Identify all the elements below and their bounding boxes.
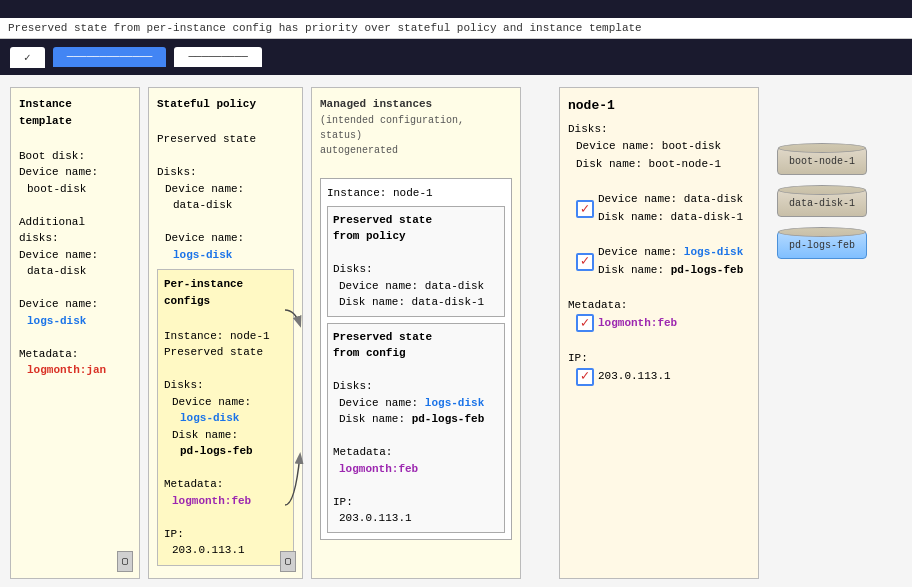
top-note: Preserved state from per-instance config… bbox=[0, 18, 912, 39]
nb-disk3-disk-label: Disk name: pd-logs-feb bbox=[598, 262, 743, 280]
sp-preserved-state: Preserved state bbox=[157, 131, 294, 148]
pi-disk1-device-label: Device name: bbox=[164, 394, 287, 411]
nb-disk2-diskname: Disk name: data-disk-1 bbox=[598, 209, 743, 227]
nb-disk1-device: Device name: boot-disk bbox=[568, 138, 750, 156]
fc-disk1-device-label: Device name: logs-disk bbox=[333, 395, 499, 412]
fc-ip-label: IP: bbox=[333, 494, 499, 511]
from-config-box: Preserved state from config Disks: Devic… bbox=[327, 323, 505, 533]
disk-cylinders: boot-node-1 data-disk-1 pd-logs-feb bbox=[777, 87, 867, 579]
from-policy-box: Preserved state from policy Disks: Devic… bbox=[327, 206, 505, 317]
cylinder-data-label: data-disk-1 bbox=[789, 198, 855, 209]
fc-meta-label: Metadata: bbox=[333, 444, 499, 461]
pi-disk1-disk-label: Disk name: bbox=[164, 427, 287, 444]
stateful-policy-title: Stateful policy bbox=[157, 96, 294, 113]
nav-tab-check[interactable]: ✓ bbox=[10, 47, 45, 68]
managed-autogenerated: autogenerated bbox=[320, 143, 512, 158]
logs-disk-device-label: Device name: bbox=[19, 296, 131, 313]
boot-device-label: Device name: bbox=[19, 164, 131, 181]
fp-disks-label: Disks: bbox=[333, 261, 499, 278]
additional-disks-label: Additional disks: bbox=[19, 214, 131, 247]
corner-tag-sp: ▢ bbox=[280, 551, 296, 572]
corner-tag-it: ▢ bbox=[117, 551, 133, 572]
managed-title: Managed instances bbox=[320, 96, 512, 113]
cylinder-boot-label: boot-node-1 bbox=[789, 156, 855, 167]
instance-node-box: Instance: node-1 Preserved state from po… bbox=[320, 178, 512, 540]
cylinder-logs-label: pd-logs-feb bbox=[789, 240, 855, 251]
check-meta: ✓ bbox=[576, 314, 594, 332]
pi-meta-value: logmonth:feb bbox=[164, 493, 287, 510]
nb-disks-label: Disks: bbox=[568, 121, 750, 139]
metadata-value-it: logmonth:jan bbox=[19, 362, 131, 379]
nav-bar: ✓ ───────────── ───────── bbox=[0, 39, 912, 75]
fc-ip-value: 203.0.113.1 bbox=[333, 510, 499, 527]
cylinder-logs: pd-logs-feb bbox=[777, 231, 867, 259]
sp-disk1-label: Device name: bbox=[157, 181, 294, 198]
nav-tab-blue[interactable]: ───────────── bbox=[53, 47, 167, 67]
check-disk2: ✓ bbox=[576, 200, 594, 218]
instance-template-title: Instance template bbox=[19, 96, 131, 129]
pi-ip-label: IP: bbox=[164, 526, 287, 543]
nav-tab-extra[interactable]: ───────── bbox=[174, 47, 261, 67]
from-policy-label1: Preserved state bbox=[333, 212, 499, 229]
check-ip: ✓ bbox=[576, 368, 594, 386]
sp-disk1-name: data-disk bbox=[157, 197, 294, 214]
pi-instance: Instance: node-1 bbox=[164, 328, 287, 345]
boot-disk-label: Boot disk: bbox=[19, 148, 131, 165]
from-config-label1: Preserved state bbox=[333, 329, 499, 346]
check-disk3: ✓ bbox=[576, 253, 594, 271]
fp-disk1-device: Device name: data-disk bbox=[333, 278, 499, 295]
sp-disks-label: Disks: bbox=[157, 164, 294, 181]
data-disk-device-label: Device name: bbox=[19, 247, 131, 264]
logs-disk-name: logs-disk bbox=[19, 313, 131, 330]
data-disk-name: data-disk bbox=[19, 263, 131, 280]
pi-disks-label: Disks: bbox=[164, 377, 287, 394]
instance-name: Instance: node-1 bbox=[327, 185, 505, 202]
top-bar bbox=[0, 0, 912, 18]
cylinder-data: data-disk-1 bbox=[777, 189, 867, 217]
pi-preserved: Preserved state bbox=[164, 344, 287, 361]
nb-ip-value: 203.0.113.1 bbox=[598, 368, 671, 386]
metadata-label-it: Metadata: bbox=[19, 346, 131, 363]
fc-disk1-disk-name: pd-logs-feb bbox=[412, 413, 485, 425]
from-policy-label2: from policy bbox=[333, 228, 499, 245]
pi-meta-label: Metadata: bbox=[164, 476, 287, 493]
boot-disk-name: boot-disk bbox=[19, 181, 131, 198]
pi-disk1-disk-name: pd-logs-feb bbox=[164, 443, 287, 460]
fc-disk1-device-name: logs-disk bbox=[425, 397, 484, 409]
fp-disk1-name: Disk name: data-disk-1 bbox=[333, 294, 499, 311]
cylinder-data-shape: data-disk-1 bbox=[777, 189, 867, 217]
nb-disk3-disk-name: pd-logs-feb bbox=[671, 264, 744, 276]
pi-ip-value: 203.0.113.1 bbox=[164, 542, 287, 559]
content-area: Instance template Boot disk: Device name… bbox=[0, 75, 912, 587]
nb-disk3-device-label: Device name: logs-disk bbox=[598, 244, 743, 262]
check-icon: ✓ bbox=[24, 51, 31, 64]
cylinder-logs-shape: pd-logs-feb bbox=[777, 231, 867, 259]
nb-disk2-device: Device name: data-disk bbox=[598, 191, 743, 209]
fc-disk1-disk-label: Disk name: pd-logs-feb bbox=[333, 411, 499, 428]
node-box: node-1 Disks: Device name: boot-disk Dis… bbox=[559, 87, 759, 579]
cylinder-boot: boot-node-1 bbox=[777, 147, 867, 175]
cylinder-boot-shape: boot-node-1 bbox=[777, 147, 867, 175]
nb-meta-value: logmonth:feb bbox=[598, 315, 677, 333]
sp-disk2-label: Device name: bbox=[157, 230, 294, 247]
instance-template-box: Instance template Boot disk: Device name… bbox=[10, 87, 140, 579]
sp-disk2-name: logs-disk bbox=[157, 247, 294, 264]
from-config-label2: from config bbox=[333, 345, 499, 362]
stateful-policy-box: Stateful policy Preserved state Disks: D… bbox=[148, 87, 303, 579]
nb-disk3-device-name: logs-disk bbox=[684, 246, 743, 258]
managed-instances-box: Managed instances (intended configuratio… bbox=[311, 87, 521, 579]
nb-ip-label: IP: bbox=[568, 350, 750, 368]
per-instance-box: Per-instance configs Instance: node-1 Pr… bbox=[157, 269, 294, 566]
per-instance-title: Per-instance configs bbox=[164, 276, 287, 309]
nb-meta-label: Metadata: bbox=[568, 297, 750, 315]
nb-disk1-diskname: Disk name: boot-node-1 bbox=[568, 156, 750, 174]
fc-meta-value: logmonth:feb bbox=[333, 461, 499, 478]
pi-disk1-device-name: logs-disk bbox=[164, 410, 287, 427]
node-title: node-1 bbox=[568, 96, 750, 117]
managed-subtitle: (intended configuration, status) bbox=[320, 113, 512, 143]
fc-disks-label: Disks: bbox=[333, 378, 499, 395]
